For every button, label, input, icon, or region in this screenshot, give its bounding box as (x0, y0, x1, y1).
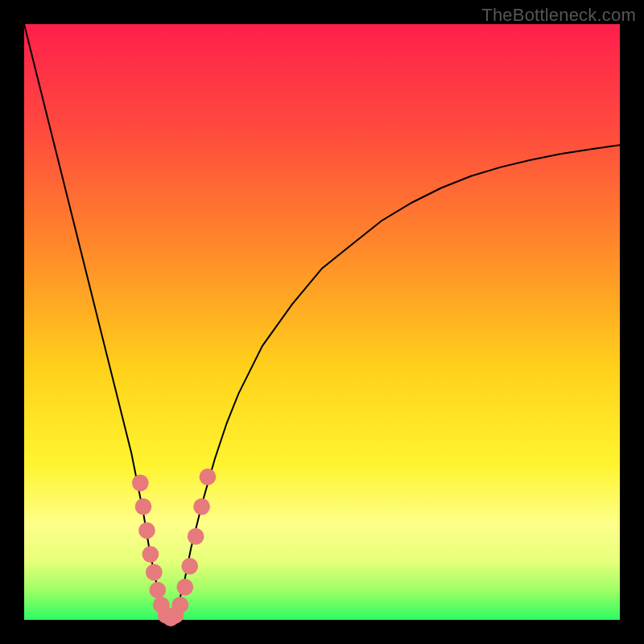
data-marker (200, 469, 217, 485)
data-marker (188, 528, 204, 545)
data-marker (193, 498, 210, 515)
data-marker (132, 474, 149, 491)
chart-svg (24, 24, 620, 620)
plot-area (24, 24, 620, 620)
data-marker (135, 498, 152, 515)
data-marker (146, 564, 163, 580)
data-marker (149, 582, 166, 599)
data-marker (142, 546, 159, 563)
data-marker (138, 522, 155, 539)
watermark-text: TheBottleneck.com (481, 5, 636, 26)
chart-frame: TheBottleneck.com (0, 0, 644, 644)
bottleneck-curve (24, 24, 620, 620)
data-marker (172, 597, 189, 613)
data-marker (176, 579, 193, 596)
data-marker (181, 558, 198, 575)
